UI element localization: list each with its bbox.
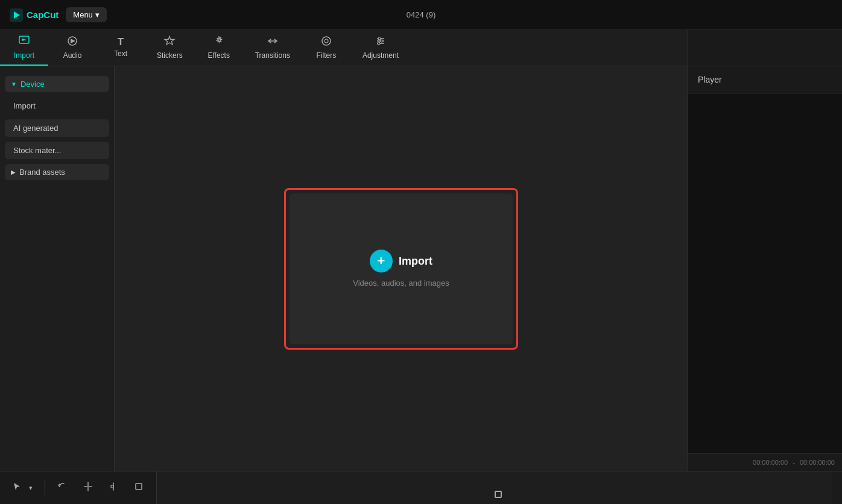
tab-import[interactable]: Import [0,30,48,66]
timeline-separator-1 [45,480,45,495]
device-chevron-icon: ▼ [11,81,17,87]
transitions-icon [267,35,279,49]
sidebar-device-label: Device [21,80,45,89]
sidebar-ai-generated-label: AI generated [13,124,58,133]
tab-text[interactable]: T Text [97,30,145,66]
import-title: Import [399,255,432,268]
cursor-tool-arrow[interactable]: ▾ [27,482,35,494]
tab-import-label: Import [14,51,34,60]
toolbar: Import Audio T Text Stickers [0,30,688,66]
sidebar-ai-generated-btn[interactable]: AI generated [5,119,109,137]
sidebar-brand-assets-section[interactable]: ▶ Brand assets [5,164,109,180]
playhead-marker [495,491,502,498]
tab-stickers[interactable]: Stickers [145,30,195,66]
player-title: Player [688,66,842,93]
tab-effects[interactable]: Effects [195,30,243,66]
tab-audio-label: Audio [63,51,82,60]
import-icon [18,35,30,49]
import-label-row: + Import [370,250,432,272]
sidebar-stock-material-btn[interactable]: Stock mater... [5,142,109,159]
project-id: 0424 (9) [407,10,435,19]
logo-icon [10,8,23,22]
menu-button[interactable]: Menu ▾ [66,7,107,22]
import-subtitle: Videos, audios, and images [353,279,449,288]
svg-marker-3 [22,39,27,41]
import-zone-wrapper[interactable]: + Import Videos, audios, and images [284,188,518,350]
logo: CapCut [10,8,59,22]
timeline-track-area[interactable] [156,471,832,504]
undo-tool[interactable] [55,479,71,497]
menu-arrow: ▾ [95,10,100,19]
split-tool[interactable] [80,479,96,497]
svg-point-5 [322,37,331,45]
sidebar-stock-material-label: Stock mater... [13,146,61,155]
player-timecode: 00:00:00:00 - 00:00:00:00 [688,453,842,471]
sidebar: ▼ Device Import AI generated Stock mater… [0,66,115,471]
sidebar-import-label: Import [13,101,36,110]
effects-icon [213,35,225,49]
sidebar-brand-assets-label: Brand assets [19,168,65,177]
tab-adjustment-label: Adjustment [362,51,399,60]
svg-point-12 [378,42,380,45]
svg-point-11 [381,40,383,42]
brand-assets-chevron-icon: ▶ [11,169,16,175]
player-panel: Player 00:00:00:00 - 00:00:00:00 [688,66,842,471]
tab-transitions-label: Transitions [255,51,290,60]
main-layout: ▼ Device Import AI generated Stock mater… [0,66,842,471]
menu-label: Menu [73,10,93,19]
svg-point-10 [378,37,381,40]
audio-icon [66,35,78,49]
timecode-separator: - [793,459,795,466]
sidebar-import-item[interactable]: Import [5,97,109,115]
import-drop-zone[interactable]: + Import Videos, audios, and images [290,194,513,344]
topbar: CapCut Menu ▾ 0424 (9) [0,0,842,30]
tab-filters-label: Filters [317,51,337,60]
trim-tool[interactable] [106,479,121,497]
tab-text-label: Text [114,49,127,58]
player-body [688,93,842,453]
adjustment-icon [375,35,387,49]
stickers-icon [163,35,176,49]
text-icon: T [118,37,124,47]
timecode-start: 00:00:00:00 [753,459,788,466]
tab-stickers-label: Stickers [157,51,183,60]
sidebar-device-section[interactable]: ▼ Device [5,76,109,92]
logo-text: CapCut [27,10,59,20]
crop-tool[interactable] [131,479,147,497]
plus-icon: + [378,253,385,269]
tab-transitions[interactable]: Transitions [243,30,302,66]
tab-audio[interactable]: Audio [48,30,97,66]
timeline-bar: ▾ [0,471,842,504]
svg-point-6 [324,39,328,43]
tab-filters[interactable]: Filters [302,30,350,66]
import-plus-button[interactable]: + [370,250,393,272]
tab-effects-label: Effects [207,51,229,60]
timecode-end: 00:00:00:00 [800,459,835,466]
filters-icon [320,35,332,49]
topbar-left: CapCut Menu ▾ [10,7,107,22]
svg-rect-18 [136,484,142,490]
tab-adjustment[interactable]: Adjustment [350,30,411,66]
content-area: + Import Videos, audios, and images [115,66,688,471]
cursor-tool[interactable] [10,479,24,496]
